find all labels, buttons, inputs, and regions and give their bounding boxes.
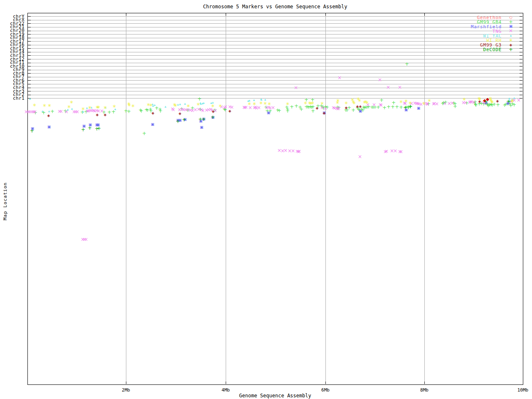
wi_rh-marker: * [103,106,107,112]
chr-tick-right [520,34,522,34]
gm99_gb4-marker: + [277,108,281,113]
wi_rh-marker: * [399,100,403,106]
chr-tick-right [520,38,522,38]
gm99_g3-marker: ◈ [496,99,499,103]
gm99_g3-marker: ◈ [104,113,107,117]
tng-marker: × [84,237,88,242]
chromosome-marker-scatter-chart: Chromosome 5 Markers vs Genome Sequence … [0,0,532,399]
chart-title: Chromosome 5 Markers vs Genome Sequence … [27,4,523,10]
wi_rh-marker: * [264,102,267,108]
tng-marker: × [472,100,476,105]
wi_rh-marker: * [88,106,91,112]
chr-tick-left [28,20,31,20]
wi_rh-marker: * [70,101,73,107]
gm99_gb4-marker: + [158,108,163,113]
tng-marker: × [337,75,342,80]
chr-tick-left [28,55,31,56]
tng-marker: × [450,101,454,106]
chr-gridline [28,70,522,70]
x-tick-label-2Mb: 2Mb [113,387,138,393]
marshfield-marker: ▣ [267,111,271,115]
chr-tick-left [28,91,31,91]
tng-marker: × [283,148,288,153]
wi_rh-marker: * [131,104,135,111]
gm99_gb4-marker: + [387,104,391,109]
decode-marker: + [484,99,488,104]
tng-marker: × [399,149,403,154]
tng-marker: × [386,85,390,90]
chr-gridline [28,84,522,84]
legend-marker-decode: + [509,47,513,52]
chr-tick-right [520,55,522,56]
chr-gridline [28,91,522,91]
chr-tick-left [28,38,31,38]
tng-marker: × [358,154,362,159]
gm99_g3-marker: ◈ [212,110,215,113]
chr-tick-left [28,63,31,63]
chr-tick-left [28,77,31,77]
chr-tick-left [28,31,31,31]
tng-marker: × [75,109,79,114]
x-tick-label-4Mb: 4Mb [213,387,238,393]
tng-marker: × [33,109,37,114]
legend-marker-wi-yac: ▴ [510,34,512,37]
wi_rh-marker: * [490,101,494,107]
legend-label-decode: DeCODE [432,47,502,52]
mb-gridline [424,13,425,384]
decode-marker: + [202,117,206,122]
chr-gridline [28,59,522,59]
wi_yac-marker: ▴ [203,101,205,105]
wi_rh-marker: * [174,104,177,110]
wi_yac-marker: ▴ [184,102,186,106]
wi_yac-marker: ▴ [86,106,88,110]
chr-gridline [28,95,522,95]
mb-gridline [226,13,226,384]
wi_yac-marker: ▴ [29,97,31,101]
chr-gridline [28,63,522,63]
tng-marker: × [271,105,275,110]
marshfield-marker: ▣ [200,126,204,129]
wi_rh-marker: * [248,102,251,108]
gm99_g3-marker: ◈ [316,106,319,110]
decode-marker: + [506,99,510,104]
tng-marker: × [517,98,521,103]
gm99_g3-marker: ◈ [229,109,232,113]
chr-tick-right [520,95,522,95]
wi_rh-marker: * [311,101,314,108]
wi_yac-marker: ▴ [179,102,181,106]
wi_yac-marker: ▴ [177,103,179,106]
tng-marker: × [384,149,389,154]
chr-tick-left [28,84,31,84]
chr-tick-left [28,95,31,95]
mb-tick-top [126,13,126,16]
wi_rh-marker: * [197,103,200,109]
wi_rh-marker: * [33,103,36,110]
chr-tick-left [28,27,31,27]
marshfield-marker: ▣ [151,123,155,126]
x-tick-label-10Mb: 10Mb [510,387,532,393]
chr-tick-right [520,45,522,45]
marshfield-marker: ▣ [359,109,362,113]
gm99_g3-marker: ◈ [323,111,326,115]
y-axis-title: Map Location [2,182,8,220]
mb-tick-top [226,13,226,16]
wi_rh-marker: * [336,99,340,105]
chr-tick-left [28,52,31,52]
chr-tick-left [28,73,31,74]
chr-gridline [28,98,522,99]
wi_rh-marker: * [365,101,369,107]
wi_rh-marker: * [511,99,514,105]
wi_rh-marker: * [428,99,431,105]
chr-tick-right [520,77,522,77]
mb-tick-bottom [126,382,126,384]
mb-gridline [126,13,126,384]
decode-marker: + [176,119,180,124]
chr-tick-right [520,41,522,42]
wi_rh-marker: * [219,104,222,111]
gm99_g3-marker: ◈ [152,111,155,115]
gm99_g3-marker: ◈ [179,112,182,116]
wi_yac-marker: ▴ [165,105,167,108]
gm99_g3-marker: ◈ [47,114,50,118]
wi_rh-marker: * [320,102,324,108]
chr-tick-right [520,66,522,66]
